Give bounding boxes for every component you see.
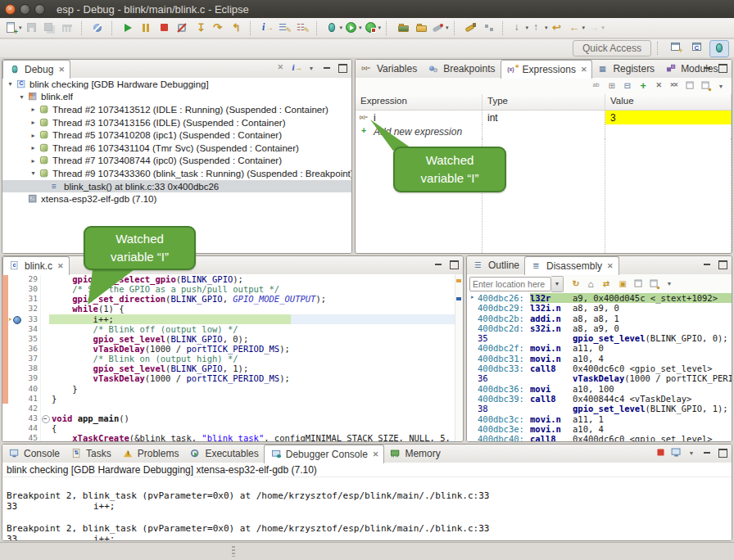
tab-outline[interactable]: Outline	[467, 256, 524, 274]
new-view-button[interactable]	[682, 79, 697, 93]
maximize-view-icon[interactable]	[335, 61, 350, 75]
expander-closed-icon[interactable]: ▸	[29, 106, 38, 113]
cpp-perspective-button[interactable]	[688, 40, 706, 56]
remove-expression-button[interactable]	[651, 79, 666, 93]
editor-gutter[interactable]	[8, 413, 19, 423]
launch-button[interactable]	[430, 20, 450, 37]
close-tab-icon[interactable]: ✕	[581, 65, 587, 74]
show-types-button[interactable]	[589, 79, 604, 93]
maximize-view-icon[interactable]	[715, 61, 730, 75]
dropdown-arrow-icon[interactable]	[19, 25, 22, 31]
dropdown-arrow-icon[interactable]	[340, 25, 343, 31]
editor-gutter[interactable]: ➤	[8, 314, 19, 324]
back-button[interactable]	[567, 20, 587, 37]
tab-blink-c[interactable]: blink.c✕	[2, 256, 70, 275]
quick-access-button[interactable]: Quick Access	[573, 40, 651, 56]
tab-tasks[interactable]: Tasks	[65, 445, 116, 463]
tab-problems[interactable]: Problems	[116, 445, 184, 463]
minimize-view-icon[interactable]	[700, 446, 714, 459]
value-cell[interactable]: 3	[605, 111, 732, 124]
editor-gutter[interactable]	[8, 344, 19, 354]
expander-closed-icon[interactable]: ▸	[29, 119, 38, 126]
window-maximize-button[interactable]	[34, 4, 45, 15]
suspend-button[interactable]	[138, 20, 156, 37]
maximize-view-icon[interactable]	[446, 258, 461, 271]
disassembly-listing[interactable]: ➤400dbc26:l32ra9, 0x400d045c <_stext+109…	[467, 293, 732, 441]
terminate-button[interactable]	[156, 20, 174, 37]
open-perspective-button[interactable]	[667, 40, 685, 56]
pin-view-button[interactable]	[646, 278, 661, 291]
dropdown-arrow-icon[interactable]	[545, 25, 548, 31]
debug-button[interactable]	[324, 20, 344, 37]
sync-active-button[interactable]	[600, 278, 614, 291]
column-header-type[interactable]: Type	[483, 94, 605, 110]
expander-closed-icon[interactable]: ▸	[29, 132, 38, 139]
instruction-stepping-button[interactable]	[258, 20, 276, 37]
editor-gutter[interactable]	[8, 394, 19, 404]
close-tab-icon[interactable]: ✕	[58, 65, 65, 74]
dropdown-arrow-icon[interactable]	[526, 25, 529, 31]
maximize-view-icon[interactable]	[715, 258, 730, 271]
debug-perspective-button[interactable]	[709, 40, 729, 57]
debug-tree-item[interactable]: ▾blink.elf	[2, 91, 351, 104]
debug-tree-item[interactable]: blink_task() at blink.c:33 0x400dbc26	[2, 180, 351, 193]
maximize-view-icon[interactable]	[715, 446, 730, 459]
new-view-button[interactable]	[631, 278, 646, 291]
close-tab-icon[interactable]: ✕	[57, 262, 64, 270]
tab-console[interactable]: Console	[2, 445, 65, 463]
minimize-view-icon[interactable]	[700, 258, 714, 271]
debug-tree-item[interactable]: ▾blink checking [GDB Hardware Debugging]	[2, 78, 351, 91]
previous-annotation-button[interactable]	[529, 20, 549, 37]
editor-gutter[interactable]	[8, 304, 19, 314]
console-output[interactable]: Breakpoint 2, blink_task (pvParameter=0x…	[2, 477, 732, 540]
debug-tree-item[interactable]: ▸Thread #7 1073408744 (ipc0) (Suspended …	[2, 155, 351, 168]
dropdown-arrow-icon[interactable]	[359, 25, 362, 31]
fold-collapse-icon[interactable]	[42, 415, 50, 423]
sync-selection-button[interactable]	[615, 278, 630, 291]
statusbar-drag-handle[interactable]	[232, 546, 235, 557]
add-expression-cell[interactable]: Add new expression	[356, 124, 483, 138]
editor-gutter[interactable]	[8, 433, 19, 441]
tab-executables[interactable]: Executables	[184, 445, 263, 463]
location-input[interactable]	[469, 277, 551, 291]
build-button[interactable]	[59, 20, 77, 37]
new-wizard-button[interactable]	[3, 20, 23, 37]
load-binary-button[interactable]	[394, 20, 412, 37]
expression-cell[interactable]: i	[356, 111, 483, 124]
editor-gutter[interactable]	[8, 354, 19, 364]
dropdown-arrow-icon[interactable]	[582, 25, 586, 31]
add-expression-row[interactable]: Add new expression	[356, 124, 732, 138]
disconnect-button[interactable]	[174, 20, 192, 37]
view-menu-icon[interactable]	[684, 446, 699, 459]
tab-disassembly[interactable]: Disassembly✕	[524, 256, 619, 275]
debug-tree-item[interactable]: ▸Thread #5 1073410208 (ipc1) (Suspended …	[2, 129, 351, 142]
dropdown-arrow-icon[interactable]	[446, 25, 449, 31]
home-button[interactable]	[584, 278, 599, 291]
debug-tree-item[interactable]: ▸Thread #2 1073413512 (IDLE : Running) (…	[2, 103, 351, 116]
forward-button[interactable]	[586, 20, 605, 37]
editor-gutter[interactable]	[8, 364, 19, 373]
save-all-button[interactable]	[41, 20, 59, 37]
breakpoint-icon[interactable]	[13, 316, 21, 324]
expander-closed-icon[interactable]: ▸	[29, 157, 38, 165]
editor-gutter[interactable]	[8, 324, 19, 334]
save-button[interactable]	[23, 20, 41, 37]
use-step-filters-button[interactable]	[276, 20, 294, 37]
editor-gutter[interactable]	[8, 373, 19, 383]
tab-memory[interactable]: Memory	[383, 445, 445, 463]
location-dropdown-icon[interactable]: ▼	[551, 276, 564, 292]
run-button[interactable]	[343, 20, 363, 37]
edit-step-filters-button[interactable]	[294, 20, 312, 37]
view-menu-icon[interactable]	[662, 278, 677, 291]
tab-registers[interactable]: Registers	[591, 60, 659, 78]
step-into-button[interactable]	[192, 20, 210, 37]
editor-overview-ruler[interactable]	[455, 274, 463, 441]
editor-gutter[interactable]	[8, 294, 19, 304]
expander-closed-icon[interactable]: ▸	[29, 144, 38, 151]
dropdown-arrow-icon[interactable]	[378, 25, 382, 31]
refresh-button[interactable]	[569, 278, 583, 291]
expander-open-icon[interactable]: ▾	[6, 80, 15, 88]
minimize-view-icon[interactable]	[431, 258, 446, 271]
remove-all-terminated-button[interactable]	[273, 61, 288, 75]
search-button[interactable]	[462, 20, 480, 37]
